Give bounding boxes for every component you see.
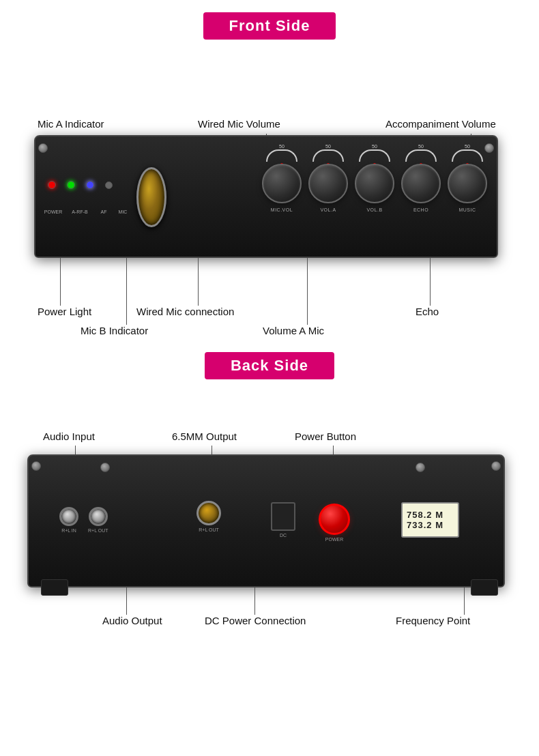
knob-mic-vol[interactable]: 50 MIC.VOL bbox=[262, 149, 302, 212]
power-btn-conn-label: POWER bbox=[325, 537, 343, 542]
knob-micvol-value: 50 bbox=[279, 144, 285, 149]
audio-out-line bbox=[126, 587, 127, 615]
freq-line-1: 758.2 M bbox=[407, 510, 458, 520]
dc-power-line bbox=[254, 587, 255, 615]
vol-a-mic-label: Volume A Mic bbox=[263, 325, 324, 336]
foot-left bbox=[41, 579, 68, 596]
power-red-button[interactable] bbox=[319, 504, 350, 535]
screw-back-tl bbox=[100, 463, 110, 472]
freq-point-line bbox=[464, 587, 465, 615]
knob-echo[interactable]: 50 ECHO bbox=[401, 149, 441, 212]
knob-volb-value: 50 bbox=[372, 144, 377, 149]
screw-back-tr bbox=[416, 463, 425, 472]
mic-ind-label: MIC bbox=[113, 209, 132, 214]
dc-power-conn-label: DC Power Connection bbox=[205, 615, 306, 626]
mic-jack bbox=[136, 167, 166, 227]
mic-b-line bbox=[126, 258, 127, 325]
power-ind-label: POWER bbox=[41, 209, 65, 214]
knob-vol-b[interactable]: 50 VOL.B bbox=[355, 149, 394, 212]
knob-music[interactable]: 50 MUSIC bbox=[448, 149, 487, 212]
back-diagram: Audio Input 6.5MM Output Power Button R+… bbox=[0, 386, 539, 639]
jack-6-5mm-label: R+L OUT bbox=[199, 527, 219, 532]
frequency-point-label: Frequency Point bbox=[396, 615, 470, 626]
power-light-label: Power Light bbox=[38, 306, 91, 317]
knob-echo-label: ECHO bbox=[413, 207, 428, 212]
rca-out-jack[interactable] bbox=[89, 507, 108, 526]
device-front: POWER A-RF-B AF MIC 50 bbox=[34, 135, 498, 258]
foot-right bbox=[471, 579, 498, 596]
af-ind-label: AF bbox=[94, 209, 113, 214]
wired-mic-conn-label: Wired Mic connection bbox=[136, 306, 234, 317]
audio-input-label: Audio Input bbox=[43, 431, 95, 442]
jack-6-5mm[interactable] bbox=[196, 501, 221, 525]
screw-tl bbox=[38, 143, 48, 153]
rca-in-jack[interactable] bbox=[59, 507, 78, 526]
knob-vol-a[interactable]: 50 VOL.A bbox=[308, 149, 348, 212]
mic-a-indicator-label: Mic A Indicator bbox=[38, 118, 104, 130]
echo-line bbox=[430, 258, 431, 306]
echo-label: Echo bbox=[416, 306, 439, 317]
panel-front: POWER A-RF-B AF MIC 50 bbox=[35, 136, 497, 257]
back-header: Back Side bbox=[0, 352, 539, 379]
device-back: R+L IN R+L OUT R+L OUT DC bbox=[27, 454, 505, 587]
freq-line-2: 733.2 M bbox=[407, 520, 458, 530]
knob-micvol-label: MIC.VOL bbox=[271, 207, 293, 212]
knob-volb-label: VOL.B bbox=[366, 207, 382, 212]
screw-bl bbox=[31, 461, 41, 471]
dc-switch[interactable] bbox=[271, 502, 295, 531]
mic-a-dot bbox=[67, 181, 75, 189]
mic-b-indicator-label: Mic B Indicator bbox=[81, 325, 148, 336]
front-header: Front Side bbox=[0, 12, 539, 40]
knob-vola-value: 50 bbox=[325, 144, 331, 149]
knob-echo-value: 50 bbox=[418, 144, 424, 149]
mic-b-dot bbox=[105, 181, 113, 189]
output-6-5mm-label: 6.5MM Output bbox=[172, 431, 237, 442]
knob-music-value: 50 bbox=[465, 144, 470, 149]
vol-a-line-bottom bbox=[307, 258, 308, 325]
rca-out-label: R+L OUT bbox=[88, 528, 108, 533]
rca-in-label: R+L IN bbox=[61, 528, 76, 533]
frequency-display: 758.2 M 733.2 M bbox=[401, 502, 459, 538]
wired-conn-line bbox=[198, 258, 199, 306]
af-dot bbox=[86, 181, 94, 189]
knob-vola-label: VOL.A bbox=[320, 207, 336, 212]
audio-output-label: Audio Output bbox=[102, 615, 162, 626]
accompaniment-volume-label: Accompaniment Volume bbox=[385, 118, 496, 130]
power-light-line bbox=[60, 258, 61, 306]
back-panel: R+L IN R+L OUT R+L OUT DC bbox=[29, 456, 504, 586]
front-title: Front Side bbox=[203, 12, 336, 40]
wired-mic-volume-label: Wired Mic Volume bbox=[198, 118, 280, 130]
dc-label: DC bbox=[280, 533, 287, 538]
front-section: Front Side Mic A Indicator Wired Mic Vol… bbox=[0, 12, 539, 340]
knob-music-label: MUSIC bbox=[458, 207, 476, 212]
arf-ind-label: A-RF-B bbox=[65, 209, 94, 214]
power-dot bbox=[48, 181, 56, 189]
power-button-label: Power Button bbox=[295, 431, 356, 442]
screw-br bbox=[491, 461, 501, 471]
back-title: Back Side bbox=[205, 352, 334, 379]
front-diagram: Mic A Indicator Wired Mic Volume Accompa… bbox=[0, 46, 539, 340]
back-section: Back Side Audio Input 6.5MM Output Power… bbox=[0, 352, 539, 639]
